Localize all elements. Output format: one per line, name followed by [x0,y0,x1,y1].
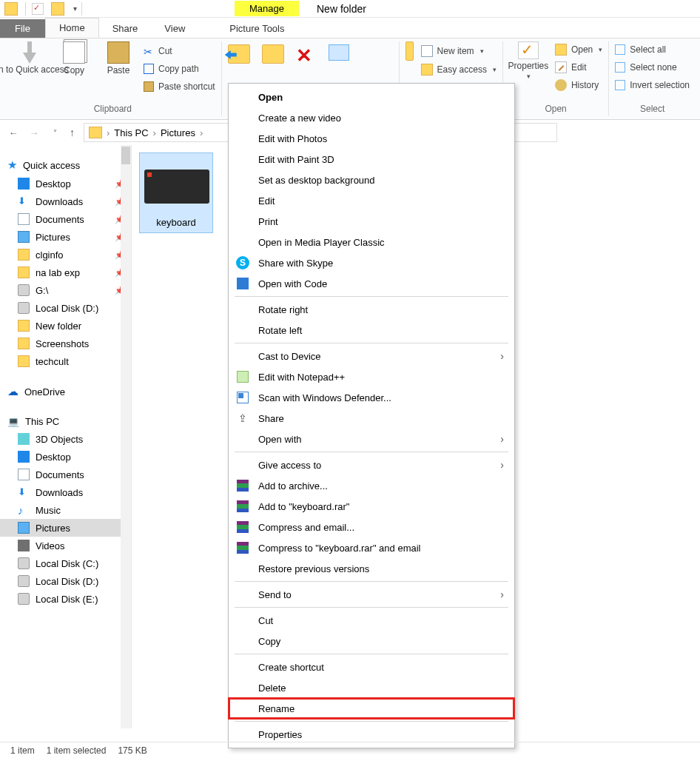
nav-item[interactable]: Local Disk (D:) [0,299,131,317]
nav-item[interactable]: Local Disk (E:) [0,590,131,608]
nav-onedrive[interactable]: ☁OneDrive [0,382,131,401]
menu-item[interactable]: Edit [229,190,514,211]
up-button[interactable]: ↑ [70,127,75,138]
menu-item[interactable]: Compress and email... [229,517,514,537]
nav-item[interactable]: na lab exp📌 [0,264,131,281]
history-button[interactable]: History [555,77,602,93]
menu-item[interactable]: Delete [229,677,514,698]
tab-file[interactable]: File [0,19,45,38]
nav-item[interactable]: Pictures [0,519,131,537]
nav-item[interactable]: Videos [0,537,131,554]
copy-button[interactable]: Copy [55,41,93,76]
nav-item[interactable]: clginfo📌 [0,246,131,264]
menu-item[interactable]: Create a new video [229,107,514,128]
menu-item[interactable]: Edit with Notepad++ [229,366,514,387]
edit-button[interactable]: Edit [555,59,602,76]
menu-item[interactable]: Set as desktop background [229,170,514,190]
chevron-right-icon[interactable]: › [200,127,203,138]
nav-item[interactable]: Screenshots [0,335,131,352]
menu-item[interactable]: Compress to "keyboard.rar" and email [229,537,514,558]
new-item-button[interactable]: New item▾ [421,43,497,59]
keyboard-image-icon [144,170,209,204]
scrollbar[interactable] [121,145,131,728]
menu-item[interactable]: Add to archive... [229,475,514,496]
new-folder-icon[interactable] [51,2,64,16]
menu-item[interactable]: ⇪Share [229,408,514,429]
move-to-button[interactable] [228,44,250,64]
nav-item[interactable]: Pictures📌 [0,228,131,246]
nav-item[interactable]: ⬇Downloads📌 [0,192,131,210]
menu-item[interactable]: Scan with Windows Defender... [229,387,514,408]
nav-label: Documents [36,469,84,480]
menu-item-label: Delete [258,682,286,694]
menu-item[interactable]: Open with› [229,429,514,449]
contextual-tab-manage[interactable]: Manage [235,1,299,16]
copy-to-button[interactable] [262,44,284,64]
pin-to-quick-access-button[interactable]: Pin to Quick access [10,41,49,75]
nav-item[interactable]: New folder [0,317,131,335]
chevron-right-icon[interactable]: › [153,127,156,138]
nav-item[interactable]: Local Disk (D:) [0,572,131,590]
nav-item[interactable]: Desktop [0,448,131,466]
menu-item[interactable]: Restore previous versions [229,558,514,579]
nav-item[interactable]: Documents📌 [0,210,131,228]
menu-item[interactable]: Open [229,87,514,107]
cut-button[interactable]: Cut [144,43,215,59]
new-folder-button[interactable] [405,41,414,61]
menu-item[interactable]: Open with Code [229,273,514,294]
menu-item[interactable]: SShare with Skype [229,252,514,273]
paste-button[interactable]: Paste [99,41,138,76]
menu-item[interactable]: Copy [229,631,514,651]
menu-item[interactable]: Rename [229,698,514,719]
menu-item[interactable]: Cast to Device› [229,346,514,366]
status-bar: 1 item 1 item selected 175 KB [0,742,700,758]
nav-label: Pictures [36,232,70,243]
breadcrumb-pictures[interactable]: Pictures [161,127,195,138]
vscode-icon [237,278,249,289]
breadcrumb-this-pc[interactable]: This PC [114,127,148,138]
menu-item[interactable]: Give access to› [229,455,514,475]
qat-dropdown-icon[interactable]: ▾ [73,4,77,13]
properties-icon[interactable] [32,3,44,15]
paste-shortcut-button[interactable]: Paste shortcut [144,78,215,95]
select-none-button[interactable]: Select none [615,59,690,76]
rename-icon[interactable] [329,44,349,61]
nav-item[interactable]: 3D Objects [0,430,131,448]
open-button[interactable]: Open▾ [555,41,602,58]
forward-button[interactable]: → [28,127,40,138]
menu-item[interactable]: Rotate right [229,299,514,320]
menu-item[interactable]: Edit with Paint 3D [229,149,514,170]
menu-item[interactable]: Edit with Photos [229,128,514,149]
select-all-button[interactable]: Select all [615,41,690,58]
recent-locations-button[interactable]: ˅ [49,129,61,137]
menu-item[interactable]: Add to "keyboard.rar" [229,496,514,517]
delete-icon[interactable] [296,44,317,65]
nav-this-pc[interactable]: 💻This PC [0,413,131,430]
nav-item[interactable]: ⬇Downloads [0,483,131,501]
nav-item[interactable]: techcult [0,352,131,370]
nav-item[interactable]: ♪Music [0,501,131,519]
copy-path-button[interactable]: Copy path [144,61,215,77]
file-thumbnail-selected[interactable]: keyboard [139,152,213,233]
menu-item[interactable]: Open in Media Player Classic [229,232,514,252]
tab-home[interactable]: Home [45,18,99,38]
properties-button[interactable]: Properties▾ [509,41,548,80]
nav-label: Local Disk (D:) [36,303,98,314]
menu-item[interactable]: Create shortcut [229,657,514,677]
invert-selection-button[interactable]: Invert selection [615,77,690,93]
nav-item[interactable]: Desktop📌 [0,175,131,192]
nav-item[interactable]: Local Disk (C:) [0,554,131,572]
nav-quick-access[interactable]: ★Quick access [0,155,131,175]
menu-item[interactable]: Send to› [229,584,514,605]
tab-picture-tools[interactable]: Picture Tools [216,19,297,38]
back-button[interactable]: ← [7,127,19,138]
easy-access-button[interactable]: Easy access▾ [421,61,497,78]
nav-item[interactable]: Documents [0,466,131,483]
menu-item[interactable]: Print [229,211,514,232]
chevron-right-icon[interactable]: › [107,127,110,138]
tab-view[interactable]: View [151,19,198,38]
tab-share[interactable]: Share [99,19,152,38]
menu-item[interactable]: Rotate left [229,320,514,341]
nav-item[interactable]: G:\📌 [0,281,131,299]
menu-item[interactable]: Cut [229,610,514,631]
